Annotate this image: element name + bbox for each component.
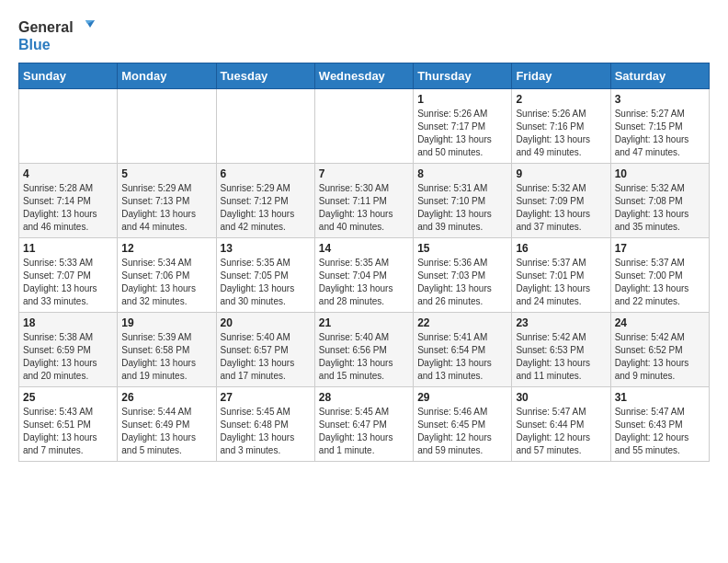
day-number: 19 xyxy=(121,316,211,329)
day-info: Sunrise: 5:35 AM Sunset: 7:05 PM Dayligh… xyxy=(221,257,311,308)
day-number: 6 xyxy=(221,167,311,180)
day-info: Sunrise: 5:26 AM Sunset: 7:16 PM Dayligh… xyxy=(516,108,606,159)
day-number: 26 xyxy=(121,391,211,404)
day-info: Sunrise: 5:45 AM Sunset: 6:48 PM Dayligh… xyxy=(221,406,311,457)
calendar-cell: 5Sunrise: 5:29 AM Sunset: 7:13 PM Daylig… xyxy=(118,164,216,238)
day-number: 18 xyxy=(23,316,113,329)
day-info: Sunrise: 5:37 AM Sunset: 7:01 PM Dayligh… xyxy=(516,257,606,308)
day-info: Sunrise: 5:42 AM Sunset: 6:53 PM Dayligh… xyxy=(516,331,606,383)
day-info: Sunrise: 5:34 AM Sunset: 7:06 PM Dayligh… xyxy=(121,257,211,308)
day-info: Sunrise: 5:28 AM Sunset: 7:14 PM Dayligh… xyxy=(23,182,113,234)
day-number: 10 xyxy=(615,167,705,180)
calendar-cell: 29Sunrise: 5:46 AM Sunset: 6:45 PM Dayli… xyxy=(414,387,512,462)
day-number: 16 xyxy=(516,242,606,255)
calendar-cell: 26Sunrise: 5:44 AM Sunset: 6:49 PM Dayli… xyxy=(118,387,216,462)
calendar-cell: 4Sunrise: 5:28 AM Sunset: 7:14 PM Daylig… xyxy=(19,164,118,238)
calendar-cell: 7Sunrise: 5:30 AM Sunset: 7:11 PM Daylig… xyxy=(314,164,413,238)
day-info: Sunrise: 5:27 AM Sunset: 7:15 PM Dayligh… xyxy=(615,108,705,159)
day-info: Sunrise: 5:47 AM Sunset: 6:43 PM Dayligh… xyxy=(615,406,705,457)
day-number: 1 xyxy=(417,93,507,106)
day-info: Sunrise: 5:37 AM Sunset: 7:00 PM Dayligh… xyxy=(615,257,705,308)
day-number: 31 xyxy=(615,391,705,404)
week-row-3: 11Sunrise: 5:33 AM Sunset: 7:07 PM Dayli… xyxy=(19,238,710,313)
week-row-5: 25Sunrise: 5:43 AM Sunset: 6:51 PM Dayli… xyxy=(19,387,710,462)
calendar-cell: 11Sunrise: 5:33 AM Sunset: 7:07 PM Dayli… xyxy=(19,238,118,313)
calendar-cell: 19Sunrise: 5:39 AM Sunset: 6:58 PM Dayli… xyxy=(118,313,216,387)
day-info: Sunrise: 5:40 AM Sunset: 6:57 PM Dayligh… xyxy=(221,331,311,383)
week-row-1: 1Sunrise: 5:26 AM Sunset: 7:17 PM Daylig… xyxy=(19,89,710,164)
calendar-cell: 15Sunrise: 5:36 AM Sunset: 7:03 PM Dayli… xyxy=(414,238,512,313)
calendar-cell: 16Sunrise: 5:37 AM Sunset: 7:01 PM Dayli… xyxy=(512,238,610,313)
calendar-cell: 9Sunrise: 5:32 AM Sunset: 7:09 PM Daylig… xyxy=(512,164,610,238)
day-number: 14 xyxy=(319,242,409,255)
calendar-cell: 24Sunrise: 5:42 AM Sunset: 6:52 PM Dayli… xyxy=(610,313,709,387)
day-number: 20 xyxy=(221,316,311,329)
day-number: 22 xyxy=(417,316,507,329)
day-number: 4 xyxy=(23,167,113,180)
calendar-cell xyxy=(314,89,413,164)
calendar-cell: 3Sunrise: 5:27 AM Sunset: 7:15 PM Daylig… xyxy=(610,89,709,164)
calendar-cell: 25Sunrise: 5:43 AM Sunset: 6:51 PM Dayli… xyxy=(19,387,118,462)
day-header-monday: Monday xyxy=(118,63,216,89)
day-number: 9 xyxy=(516,167,606,180)
day-number: 23 xyxy=(516,316,606,329)
day-info: Sunrise: 5:26 AM Sunset: 7:17 PM Dayligh… xyxy=(417,108,507,159)
day-info: Sunrise: 5:45 AM Sunset: 6:47 PM Dayligh… xyxy=(319,406,409,457)
calendar-cell xyxy=(216,89,314,164)
day-info: Sunrise: 5:32 AM Sunset: 7:08 PM Dayligh… xyxy=(615,182,705,234)
week-row-2: 4Sunrise: 5:28 AM Sunset: 7:14 PM Daylig… xyxy=(19,164,710,238)
calendar-cell xyxy=(118,89,216,164)
day-number: 2 xyxy=(516,93,606,106)
day-header-friday: Friday xyxy=(512,63,610,89)
day-info: Sunrise: 5:35 AM Sunset: 7:04 PM Dayligh… xyxy=(319,257,409,308)
calendar-cell: 17Sunrise: 5:37 AM Sunset: 7:00 PM Dayli… xyxy=(610,238,709,313)
day-info: Sunrise: 5:33 AM Sunset: 7:07 PM Dayligh… xyxy=(23,257,113,308)
day-info: Sunrise: 5:30 AM Sunset: 7:11 PM Dayligh… xyxy=(319,182,409,234)
day-number: 24 xyxy=(615,316,705,329)
page-header: General Blue xyxy=(18,18,710,53)
header-row: SundayMondayTuesdayWednesdayThursdayFrid… xyxy=(19,63,710,89)
calendar-cell: 13Sunrise: 5:35 AM Sunset: 7:05 PM Dayli… xyxy=(216,238,314,313)
calendar-cell: 27Sunrise: 5:45 AM Sunset: 6:48 PM Dayli… xyxy=(216,387,314,462)
day-info: Sunrise: 5:43 AM Sunset: 6:51 PM Dayligh… xyxy=(23,406,113,457)
day-info: Sunrise: 5:47 AM Sunset: 6:44 PM Dayligh… xyxy=(516,406,606,457)
day-header-wednesday: Wednesday xyxy=(314,63,413,89)
day-header-sunday: Sunday xyxy=(19,63,118,89)
week-row-4: 18Sunrise: 5:38 AM Sunset: 6:59 PM Dayli… xyxy=(19,313,710,387)
calendar-cell: 30Sunrise: 5:47 AM Sunset: 6:44 PM Dayli… xyxy=(512,387,610,462)
calendar-cell: 31Sunrise: 5:47 AM Sunset: 6:43 PM Dayli… xyxy=(610,387,709,462)
day-number: 3 xyxy=(615,93,705,106)
calendar-cell: 18Sunrise: 5:38 AM Sunset: 6:59 PM Dayli… xyxy=(19,313,118,387)
day-number: 28 xyxy=(319,391,409,404)
day-number: 21 xyxy=(319,316,409,329)
calendar-cell: 2Sunrise: 5:26 AM Sunset: 7:16 PM Daylig… xyxy=(512,89,610,164)
calendar-cell xyxy=(19,89,118,164)
day-number: 7 xyxy=(319,167,409,180)
day-info: Sunrise: 5:32 AM Sunset: 7:09 PM Dayligh… xyxy=(516,182,606,234)
calendar-cell: 20Sunrise: 5:40 AM Sunset: 6:57 PM Dayli… xyxy=(216,313,314,387)
day-number: 29 xyxy=(417,391,507,404)
day-info: Sunrise: 5:44 AM Sunset: 6:49 PM Dayligh… xyxy=(121,406,211,457)
day-header-thursday: Thursday xyxy=(414,63,512,89)
day-number: 8 xyxy=(417,167,507,180)
day-info: Sunrise: 5:42 AM Sunset: 6:52 PM Dayligh… xyxy=(615,331,705,383)
day-info: Sunrise: 5:29 AM Sunset: 7:12 PM Dayligh… xyxy=(221,182,311,234)
calendar-cell: 8Sunrise: 5:31 AM Sunset: 7:10 PM Daylig… xyxy=(414,164,512,238)
logo-bird-icon xyxy=(76,18,95,37)
day-info: Sunrise: 5:31 AM Sunset: 7:10 PM Dayligh… xyxy=(417,182,507,234)
calendar-cell: 6Sunrise: 5:29 AM Sunset: 7:12 PM Daylig… xyxy=(216,164,314,238)
day-number: 13 xyxy=(221,242,311,255)
day-info: Sunrise: 5:36 AM Sunset: 7:03 PM Dayligh… xyxy=(417,257,507,308)
day-header-tuesday: Tuesday xyxy=(216,63,314,89)
day-number: 15 xyxy=(417,242,507,255)
calendar-cell: 12Sunrise: 5:34 AM Sunset: 7:06 PM Dayli… xyxy=(118,238,216,313)
calendar-cell: 23Sunrise: 5:42 AM Sunset: 6:53 PM Dayli… xyxy=(512,313,610,387)
day-number: 5 xyxy=(121,167,211,180)
day-info: Sunrise: 5:29 AM Sunset: 7:13 PM Dayligh… xyxy=(121,182,211,234)
day-number: 25 xyxy=(23,391,113,404)
calendar-cell: 28Sunrise: 5:45 AM Sunset: 6:47 PM Dayli… xyxy=(314,387,413,462)
day-number: 17 xyxy=(615,242,705,255)
day-info: Sunrise: 5:39 AM Sunset: 6:58 PM Dayligh… xyxy=(121,331,211,383)
calendar-table: SundayMondayTuesdayWednesdayThursdayFrid… xyxy=(18,63,710,462)
day-info: Sunrise: 5:41 AM Sunset: 6:54 PM Dayligh… xyxy=(417,331,507,383)
